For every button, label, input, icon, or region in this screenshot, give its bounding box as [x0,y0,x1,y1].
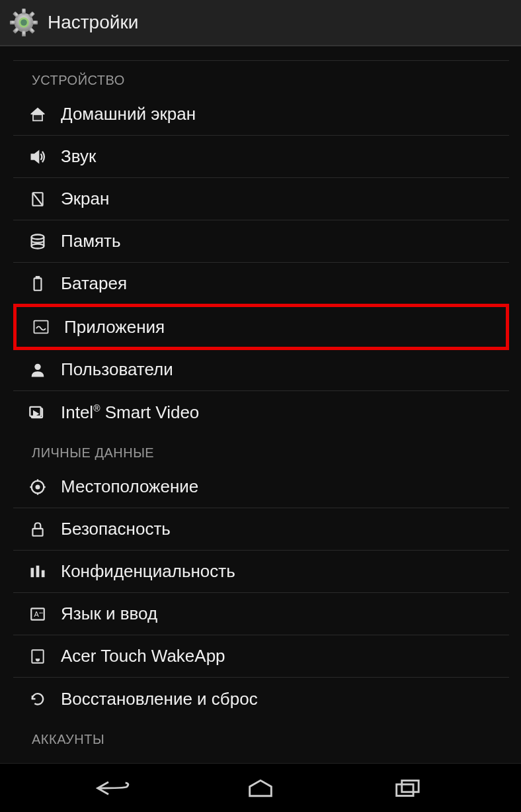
svg-rect-33 [396,784,413,795]
battery-icon [28,274,48,294]
storage-icon [28,232,48,251]
apps-icon [31,317,51,337]
row-users[interactable]: Пользователи [13,349,509,391]
row-label: Восстановление и сброс [61,689,258,709]
app-header: Настройки [0,0,521,46]
section-header-personal: ЛИЧНЫЕ ДАННЫЕ [13,433,521,466]
recent-apps-button[interactable] [388,775,428,801]
row-display[interactable]: Экран [13,178,509,220]
section-header-device: УСТРОЙСТВО [13,61,521,93]
row-backup-reset[interactable]: Восстановление и сброс [13,678,509,720]
row-label: Безопасность [61,519,171,539]
navigation-bar [0,763,521,812]
svg-point-10 [20,19,27,26]
svg-rect-25 [36,565,40,577]
row-label: Экран [61,189,109,209]
row-label: Звук [61,146,96,167]
row-language-input[interactable]: A••• Язык и ввод [13,593,509,635]
row-label: Пользователи [61,359,173,380]
svg-point-14 [32,244,44,248]
settings-gear-icon [8,7,40,38]
touch-icon [28,647,48,666]
row-label: Батарея [61,273,127,294]
row-label: Домашний экран [61,104,196,124]
row-label: Intel® Smart Video [61,402,199,423]
svg-rect-16 [36,277,39,278]
svg-rect-1 [22,9,26,15]
sound-icon [28,147,48,167]
row-acer-touch[interactable]: Acer Touch WakeApp [13,635,509,678]
svg-rect-11 [33,114,42,120]
svg-rect-34 [401,780,418,791]
row-label: Конфиденциальность [61,561,235,582]
row-label: Память [61,231,121,251]
row-home-screen[interactable]: Домашний экран [13,93,509,136]
row-intel-smart-video[interactable]: Intel® Smart Video [13,391,509,433]
svg-rect-24 [31,568,34,577]
svg-rect-26 [42,570,45,577]
display-icon [28,189,48,209]
row-label: Язык и ввод [61,604,157,624]
partial-row-above [13,46,509,61]
back-button[interactable] [93,775,133,801]
row-location[interactable]: Местоположение [13,466,509,508]
video-icon [28,402,48,422]
settings-list: УСТРОЙСТВО Домашний экран Звук Экран Пам… [0,46,521,763]
svg-rect-17 [34,321,48,334]
row-label: Приложения [64,317,165,338]
row-label: Acer Touch WakeApp [61,646,225,666]
reset-icon [28,689,48,709]
svg-point-18 [34,363,40,369]
row-battery[interactable]: Батарея [13,263,509,305]
row-label: Местоположение [61,476,198,497]
home-button[interactable] [241,775,280,801]
svg-rect-23 [32,528,42,535]
users-icon [28,360,48,380]
lock-icon [28,519,48,539]
svg-point-22 [36,485,40,488]
svg-rect-3 [10,21,16,24]
row-sound[interactable]: Звук [13,136,509,178]
location-icon [28,477,48,497]
home-icon [28,105,48,124]
row-storage[interactable]: Память [13,220,509,263]
svg-rect-15 [34,278,42,290]
row-google[interactable]: g Google [13,752,509,763]
language-icon: A••• [28,604,48,624]
privacy-icon [28,562,48,582]
svg-rect-4 [32,21,38,24]
svg-text:•••: ••• [39,611,43,615]
section-header-accounts: АККАУНТЫ [13,720,521,752]
row-security[interactable]: Безопасность [13,508,509,551]
app-title: Настройки [48,12,138,33]
svg-rect-2 [22,30,26,36]
row-apps[interactable]: Приложения [13,304,509,350]
svg-point-13 [32,234,44,239]
row-privacy[interactable]: Конфиденциальность [13,551,509,593]
